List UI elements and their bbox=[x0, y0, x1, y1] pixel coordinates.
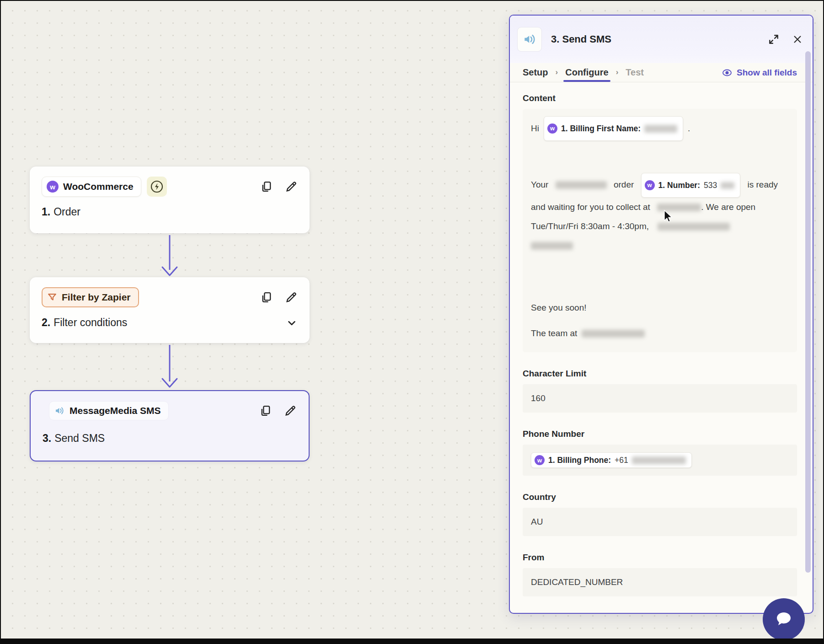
flow-arrow-2-to-3 bbox=[157, 344, 182, 390]
redacted-location bbox=[657, 204, 701, 211]
country-input[interactable]: AU bbox=[523, 508, 797, 536]
message-text: See you soon! bbox=[531, 298, 789, 317]
app-pill-label: WooCommerce bbox=[63, 181, 134, 192]
expand-icon[interactable] bbox=[768, 33, 780, 45]
message-text: The team at bbox=[531, 328, 577, 338]
show-all-fields-link[interactable]: Show all fields bbox=[722, 67, 797, 78]
token-order-number[interactable]: w 1. Number: 533 bbox=[641, 173, 741, 198]
trigger-bolt-icon bbox=[147, 177, 167, 197]
copy-icon[interactable] bbox=[260, 291, 273, 304]
woocommerce-app-pill[interactable]: w WooCommerce bbox=[42, 177, 141, 197]
copy-icon[interactable] bbox=[260, 180, 273, 193]
chat-bubble-icon bbox=[773, 609, 794, 630]
field-delivery-report: Request Delivery Report true bbox=[523, 613, 797, 614]
token-billing-phone[interactable]: w 1. Billing Phone: +61 bbox=[531, 452, 692, 468]
phone-number-input[interactable]: w 1. Billing Phone: +61 bbox=[523, 445, 797, 476]
message-text: . bbox=[688, 119, 690, 138]
message-content-editor[interactable]: Hi w 1. Billing First Name: . Your order bbox=[523, 109, 797, 352]
woocommerce-logo-icon: w bbox=[47, 181, 59, 193]
panel-content: Content Hi w 1. Billing First Name: . Yo… bbox=[510, 82, 813, 614]
redacted-phone bbox=[632, 456, 686, 464]
step-card-woocommerce[interactable]: w WooCommerce 1.Order bbox=[30, 166, 310, 233]
character-limit-input[interactable]: 160 bbox=[523, 384, 797, 413]
redacted-address bbox=[658, 223, 730, 231]
app-pill-label: MessageMedia SMS bbox=[70, 405, 161, 416]
sms-speaker-icon bbox=[522, 32, 537, 47]
panel-title: 3. Send SMS bbox=[551, 33, 611, 45]
chat-support-button[interactable] bbox=[763, 598, 805, 640]
edit-pencil-icon[interactable] bbox=[284, 404, 297, 417]
step-card-filter[interactable]: Filter by Zapier 2.Filter conditions bbox=[30, 277, 310, 343]
edit-pencil-icon[interactable] bbox=[285, 180, 298, 193]
redacted-number bbox=[721, 182, 734, 189]
panel-header: 3. Send SMS bbox=[510, 16, 813, 63]
woocommerce-logo-icon: w bbox=[535, 455, 545, 465]
tab-setup[interactable]: Setup bbox=[523, 63, 548, 82]
redacted-team-name bbox=[582, 330, 645, 338]
panel-app-icon-box bbox=[517, 27, 542, 52]
field-country: Country AU bbox=[523, 492, 797, 536]
copy-icon[interactable] bbox=[259, 404, 272, 417]
zapier-editor-screen: w WooCommerce 1.Order bbox=[0, 0, 824, 644]
tab-configure[interactable]: Configure bbox=[565, 63, 608, 82]
messagemedia-app-pill[interactable]: MessageMedia SMS bbox=[49, 401, 169, 420]
tab-test[interactable]: Test bbox=[626, 63, 644, 82]
app-pill-label: Filter by Zapier bbox=[62, 292, 131, 303]
filter-app-pill[interactable]: Filter by Zapier bbox=[42, 287, 139, 307]
chevron-down-icon[interactable] bbox=[286, 317, 298, 329]
flow-arrow-1-to-2 bbox=[157, 234, 182, 278]
token-billing-first-name[interactable]: w 1. Billing First Name: bbox=[544, 116, 683, 141]
redacted-first-name bbox=[644, 125, 677, 133]
tab-separator: › bbox=[556, 68, 558, 77]
woocommerce-logo-icon: w bbox=[547, 123, 557, 134]
panel-scrollbar-thumb[interactable] bbox=[805, 51, 811, 573]
sms-speaker-icon bbox=[54, 405, 65, 416]
content-label: Content bbox=[523, 93, 797, 103]
redacted-city bbox=[531, 242, 573, 250]
tab-separator: › bbox=[616, 68, 619, 77]
funnel-icon bbox=[47, 292, 57, 302]
step-title: 3.Send SMS bbox=[43, 432, 105, 445]
step-card-messagemedia[interactable]: MessageMedia SMS 3.Send SMS bbox=[30, 390, 310, 462]
message-paragraph: Your order w 1. Number: 533 is ready and… bbox=[531, 173, 789, 255]
field-from: From DEDICATED_NUMBER bbox=[523, 553, 797, 596]
field-character-limit: Character Limit 160 bbox=[523, 369, 797, 413]
edit-pencil-icon[interactable] bbox=[285, 291, 298, 304]
field-phone-number: Phone Number w 1. Billing Phone: +61 bbox=[523, 429, 797, 476]
redacted-store-name bbox=[556, 181, 607, 189]
close-icon[interactable] bbox=[792, 34, 803, 44]
woocommerce-logo-icon: w bbox=[645, 180, 655, 190]
step-config-panel: 3. Send SMS Setup › Configure › Test Sho… bbox=[509, 15, 813, 614]
step-title: 1.Order bbox=[42, 206, 80, 218]
from-input[interactable]: DEDICATED_NUMBER bbox=[523, 568, 797, 596]
message-text: Hi bbox=[531, 119, 539, 138]
eye-icon bbox=[722, 67, 733, 78]
panel-tabs: Setup › Configure › Test Show all fields bbox=[510, 63, 813, 82]
step-title: 2.Filter conditions bbox=[42, 317, 127, 329]
